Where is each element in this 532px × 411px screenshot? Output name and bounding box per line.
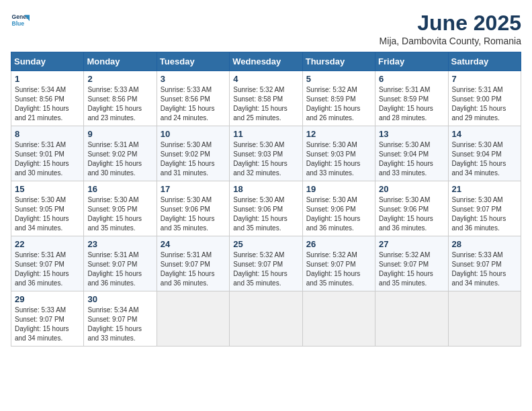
- header-thursday: Thursday: [302, 52, 375, 71]
- day-info: Sunrise: 5:31 AMSunset: 9:01 PMDaylight:…: [15, 140, 80, 178]
- day-info: Sunrise: 5:30 AMSunset: 9:02 PMDaylight:…: [161, 140, 226, 178]
- day-number: 30: [87, 294, 152, 304]
- day-number: 11: [233, 129, 298, 139]
- day-info: Sunrise: 5:30 AMSunset: 9:04 PMDaylight:…: [379, 140, 444, 178]
- day-info: Sunrise: 5:33 AMSunset: 9:07 PMDaylight:…: [15, 306, 80, 343]
- day-cell: 3Sunrise: 5:33 AMSunset: 8:56 PMDaylight…: [157, 71, 229, 126]
- week-row-3: 15Sunrise: 5:30 AMSunset: 9:05 PMDayligh…: [11, 181, 521, 236]
- day-info: Sunrise: 5:30 AMSunset: 9:06 PMDaylight:…: [233, 195, 298, 233]
- day-info: Sunrise: 5:31 AMSunset: 8:59 PMDaylight:…: [379, 85, 444, 123]
- day-info: Sunrise: 5:33 AMSunset: 8:56 PMDaylight:…: [87, 85, 152, 123]
- day-info: Sunrise: 5:32 AMSunset: 8:58 PMDaylight:…: [233, 85, 298, 123]
- calendar-header: Sunday Monday Tuesday Wednesday Thursday…: [11, 52, 521, 71]
- day-info: Sunrise: 5:30 AMSunset: 9:03 PMDaylight:…: [233, 140, 298, 178]
- header-saturday: Saturday: [448, 52, 521, 71]
- day-info: Sunrise: 5:34 AMSunset: 8:56 PMDaylight:…: [15, 85, 80, 123]
- day-info: Sunrise: 5:30 AMSunset: 9:03 PMDaylight:…: [306, 140, 371, 178]
- calendar-table: Sunday Monday Tuesday Wednesday Thursday…: [11, 52, 521, 347]
- logo: General Blue: [11, 11, 30, 30]
- day-cell: 7Sunrise: 5:31 AMSunset: 9:00 PMDaylight…: [448, 71, 521, 126]
- week-row-5: 29Sunrise: 5:33 AMSunset: 9:07 PMDayligh…: [11, 291, 521, 347]
- day-number: 23: [87, 239, 152, 249]
- day-number: 24: [161, 239, 226, 249]
- day-info: Sunrise: 5:33 AMSunset: 9:07 PMDaylight:…: [452, 250, 517, 288]
- day-number: 3: [161, 74, 226, 84]
- day-cell: [230, 291, 302, 347]
- day-info: Sunrise: 5:30 AMSunset: 9:05 PMDaylight:…: [15, 195, 80, 233]
- day-info: Sunrise: 5:30 AMSunset: 9:07 PMDaylight:…: [452, 195, 517, 233]
- day-number: 10: [161, 129, 226, 139]
- day-number: 12: [306, 129, 371, 139]
- logo-icon: General Blue: [11, 11, 30, 30]
- header-friday: Friday: [375, 52, 448, 71]
- day-number: 2: [87, 74, 152, 84]
- day-cell: 17Sunrise: 5:30 AMSunset: 9:06 PMDayligh…: [157, 181, 229, 236]
- day-info: Sunrise: 5:31 AMSunset: 9:07 PMDaylight:…: [87, 250, 152, 288]
- day-info: Sunrise: 5:30 AMSunset: 9:06 PMDaylight:…: [379, 195, 444, 233]
- day-number: 13: [379, 129, 444, 139]
- title-area: June 2025 Mija, Dambovita County, Romani…: [380, 11, 521, 46]
- day-info: Sunrise: 5:31 AMSunset: 9:07 PMDaylight:…: [15, 250, 80, 288]
- day-info: Sunrise: 5:31 AMSunset: 9:02 PMDaylight:…: [87, 140, 152, 178]
- day-number: 1: [15, 74, 80, 84]
- page-header: General Blue June 2025 Mija, Dambovita C…: [11, 11, 521, 46]
- day-cell: 20Sunrise: 5:30 AMSunset: 9:06 PMDayligh…: [375, 181, 448, 236]
- day-cell: [375, 291, 448, 347]
- day-cell: 14Sunrise: 5:30 AMSunset: 9:04 PMDayligh…: [448, 126, 521, 181]
- day-cell: 26Sunrise: 5:32 AMSunset: 9:07 PMDayligh…: [302, 236, 375, 291]
- day-cell: 29Sunrise: 5:33 AMSunset: 9:07 PMDayligh…: [11, 291, 84, 347]
- day-cell: 23Sunrise: 5:31 AMSunset: 9:07 PMDayligh…: [84, 236, 157, 291]
- day-cell: 16Sunrise: 5:30 AMSunset: 9:05 PMDayligh…: [84, 181, 157, 236]
- day-number: 16: [87, 184, 152, 194]
- day-cell: 27Sunrise: 5:32 AMSunset: 9:07 PMDayligh…: [375, 236, 448, 291]
- day-info: Sunrise: 5:32 AMSunset: 8:59 PMDaylight:…: [306, 85, 371, 123]
- day-number: 27: [379, 239, 444, 249]
- svg-text:Blue: Blue: [12, 20, 25, 27]
- day-cell: 11Sunrise: 5:30 AMSunset: 9:03 PMDayligh…: [230, 126, 302, 181]
- day-cell: 22Sunrise: 5:31 AMSunset: 9:07 PMDayligh…: [11, 236, 84, 291]
- week-row-1: 1Sunrise: 5:34 AMSunset: 8:56 PMDaylight…: [11, 71, 521, 126]
- day-number: 14: [452, 129, 517, 139]
- day-cell: 4Sunrise: 5:32 AMSunset: 8:58 PMDaylight…: [230, 71, 302, 126]
- header-tuesday: Tuesday: [157, 52, 229, 71]
- day-number: 26: [306, 239, 371, 249]
- calendar-subtitle: Mija, Dambovita County, Romania: [380, 36, 521, 46]
- day-cell: 25Sunrise: 5:32 AMSunset: 9:07 PMDayligh…: [230, 236, 302, 291]
- day-cell: 19Sunrise: 5:30 AMSunset: 9:06 PMDayligh…: [302, 181, 375, 236]
- day-cell: 8Sunrise: 5:31 AMSunset: 9:01 PMDaylight…: [11, 126, 84, 181]
- day-cell: 2Sunrise: 5:33 AMSunset: 8:56 PMDaylight…: [84, 71, 157, 126]
- day-cell: 5Sunrise: 5:32 AMSunset: 8:59 PMDaylight…: [302, 71, 375, 126]
- day-number: 6: [379, 74, 444, 84]
- day-cell: 24Sunrise: 5:31 AMSunset: 9:07 PMDayligh…: [157, 236, 229, 291]
- day-number: 21: [452, 184, 517, 194]
- calendar-title: June 2025: [380, 11, 521, 36]
- day-number: 5: [306, 74, 371, 84]
- day-number: 15: [15, 184, 80, 194]
- day-cell: [302, 291, 375, 347]
- day-cell: 6Sunrise: 5:31 AMSunset: 8:59 PMDaylight…: [375, 71, 448, 126]
- day-number: 7: [452, 74, 517, 84]
- day-number: 25: [233, 239, 298, 249]
- day-cell: 13Sunrise: 5:30 AMSunset: 9:04 PMDayligh…: [375, 126, 448, 181]
- day-cell: 15Sunrise: 5:30 AMSunset: 9:05 PMDayligh…: [11, 181, 84, 236]
- day-cell: 9Sunrise: 5:31 AMSunset: 9:02 PMDaylight…: [84, 126, 157, 181]
- day-cell: [448, 291, 521, 347]
- day-cell: 10Sunrise: 5:30 AMSunset: 9:02 PMDayligh…: [157, 126, 229, 181]
- day-info: Sunrise: 5:30 AMSunset: 9:06 PMDaylight:…: [306, 195, 371, 233]
- header-monday: Monday: [84, 52, 157, 71]
- day-number: 29: [15, 294, 80, 304]
- day-cell: 30Sunrise: 5:34 AMSunset: 9:07 PMDayligh…: [84, 291, 157, 347]
- day-info: Sunrise: 5:30 AMSunset: 9:05 PMDaylight:…: [87, 195, 152, 233]
- day-cell: 28Sunrise: 5:33 AMSunset: 9:07 PMDayligh…: [448, 236, 521, 291]
- day-info: Sunrise: 5:30 AMSunset: 9:06 PMDaylight:…: [161, 195, 226, 233]
- day-number: 19: [306, 184, 371, 194]
- day-info: Sunrise: 5:32 AMSunset: 9:07 PMDaylight:…: [306, 250, 371, 288]
- day-cell: 12Sunrise: 5:30 AMSunset: 9:03 PMDayligh…: [302, 126, 375, 181]
- day-info: Sunrise: 5:32 AMSunset: 9:07 PMDaylight:…: [379, 250, 444, 288]
- week-row-2: 8Sunrise: 5:31 AMSunset: 9:01 PMDaylight…: [11, 126, 521, 181]
- day-number: 22: [15, 239, 80, 249]
- day-number: 18: [233, 184, 298, 194]
- day-info: Sunrise: 5:30 AMSunset: 9:04 PMDaylight:…: [452, 140, 517, 178]
- header-wednesday: Wednesday: [230, 52, 302, 71]
- day-cell: 18Sunrise: 5:30 AMSunset: 9:06 PMDayligh…: [230, 181, 302, 236]
